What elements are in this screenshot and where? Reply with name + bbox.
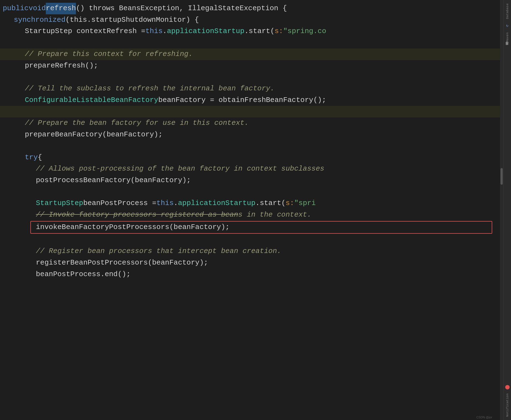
code-line: beanPostProcess.end(); [0, 269, 503, 280]
code-text: . [174, 198, 178, 209]
code-text: s: [286, 198, 294, 209]
code-line-empty [0, 140, 503, 152]
string-literal: "spri [294, 198, 316, 209]
code-line: // Prepare this context for refreshing. [0, 49, 503, 60]
code-text: applicationStartup [167, 26, 244, 37]
code-text: beanFactory = obtainFreshBeanFactory(); [158, 95, 326, 106]
watermark: CSDN @jor [476, 416, 492, 419]
code-line: // Prepare the bean factory for use in t… [0, 117, 503, 129]
code-line: postProcessBeanFactory(beanFactory); [0, 175, 503, 186]
keyword-void: void [29, 3, 46, 14]
comment: // Allows post-processing of the bean fa… [36, 163, 324, 175]
keyword-synchronized: synchronized [14, 14, 65, 26]
code-line: // Tell the subclass to refresh the inte… [0, 83, 503, 95]
code-line: prepareRefresh(); [0, 60, 503, 72]
code-line: try { [0, 152, 503, 163]
scrollbar-thumb[interactable] [501, 168, 503, 185]
code-line: synchronized (this.startupShutdownMonito… [0, 14, 503, 26]
code-text: beanPostProcess = [83, 198, 156, 209]
comment: // Register bean processors that interce… [36, 246, 281, 257]
code-line: prepareBeanFactory(beanFactory); [0, 129, 503, 141]
code-line: registerBeanPostProcessors(beanFactory); [0, 257, 503, 269]
code-text: beanPostProcess.end(); [36, 269, 131, 280]
notification-dot [505, 385, 510, 389]
comment: // Tell the subclass to refresh the inte… [25, 83, 275, 95]
code-line-empty [0, 186, 503, 198]
method-name-highlighted: refresh [46, 3, 76, 14]
comment-strikethrough: // Invoke factory processors registered … [36, 209, 238, 221]
code-text: .start( [244, 26, 275, 37]
code-text: prepareRefresh(); [25, 60, 98, 72]
code-line: StartupStep beanPostProcess = this . app… [0, 198, 503, 209]
code-line: public void refresh () throws BeansExcep… [0, 3, 503, 14]
comment: s in the context. [238, 209, 311, 221]
code-text: StartupStep [36, 198, 83, 209]
code-line: ConfigurableListableBeanFactory beanFact… [0, 95, 503, 106]
code-editor: public void refresh () throws BeansExcep… [0, 0, 503, 420]
keyword-public: public [3, 3, 29, 14]
sidebar-tab-appserver[interactable]: 应用服务器 [505, 45, 510, 50]
code-line: // Invoke factory processors registered … [0, 209, 503, 221]
code-line: // Register bean processors that interce… [0, 246, 503, 257]
code-line-empty [0, 234, 503, 246]
code-text: StartupStep contextRefresh = [25, 26, 145, 37]
right-sidebar: Database ↻ Maven 应用服务器 Notification [503, 0, 511, 420]
comment: // Prepare this context for refreshing. [25, 49, 193, 60]
comment: // Prepare the bean factory for use in t… [25, 117, 249, 129]
code-line: StartupStep contextRefresh = this . appl… [0, 26, 503, 37]
code-text: registerBeanPostProcessors(beanFactory); [36, 257, 208, 269]
code-line-empty [0, 106, 503, 117]
keyword-try: try [25, 152, 38, 163]
code-text: s: [275, 26, 283, 37]
code-text: .start( [256, 198, 286, 209]
code-text: ConfigurableListableBeanFactory [25, 95, 158, 106]
code-content: public void refresh () throws BeansExcep… [0, 0, 503, 283]
code-text: postProcessBeanFactory(beanFactory); [36, 175, 191, 186]
sidebar-tab-notification[interactable]: Notification [505, 391, 510, 419]
code-line: // Allows post-processing of the bean fa… [0, 163, 503, 175]
keyword-this: this [145, 26, 163, 37]
code-text: prepareBeanFactory(beanFactory); [25, 129, 163, 141]
code-text: . [163, 26, 167, 37]
code-text-invoke: invokeBeanFactoryPostProcessors(beanFact… [36, 222, 230, 233]
string-literal: "spring.co [283, 26, 326, 37]
sidebar-tab-database[interactable]: Database [505, 1, 510, 21]
code-line-empty [0, 37, 503, 49]
code-text: (this.startupShutdownMonitor) { [65, 14, 199, 26]
sidebar-tab-maven[interactable]: Maven [505, 30, 510, 44]
code-line-boxed: invokeBeanFactoryPostProcessors(beanFact… [0, 220, 503, 234]
code-line-empty [0, 72, 503, 83]
sidebar-icon-refresh[interactable]: ↻ [505, 23, 510, 28]
scrollbar[interactable] [500, 0, 503, 420]
code-text: { [38, 152, 42, 163]
keyword-this: this [156, 198, 174, 209]
code-text: applicationStartup [178, 198, 256, 209]
code-text: () throws BeansException, IllegalStateEx… [76, 3, 287, 14]
